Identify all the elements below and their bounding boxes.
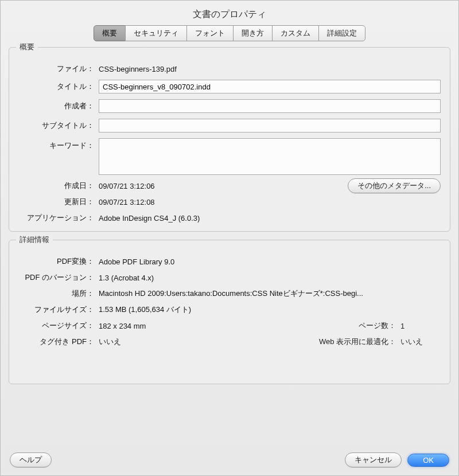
application-label: アプリケーション： [18,213,99,223]
producer-label: PDF変換： [18,256,99,267]
tab-advanced[interactable]: 詳細設定 [318,25,365,41]
location-value: Macintosh HD 2009:Users:takano:Documents… [99,288,441,299]
file-value: CSS-beginners-139.pdf [99,65,441,73]
overview-group-title: 概要 [16,42,38,52]
filesize-label: ファイルサイズ： [18,305,99,315]
more-metadata-button[interactable]: その他のメタデータ... [348,178,441,193]
author-label: 作成者： [18,101,99,111]
tagged-value: いいえ [99,337,314,347]
producer-value: Adobe PDF Library 9.0 [99,257,441,266]
pagecount-value: 1 [400,322,441,330]
cancel-button[interactable]: キャンセル [345,452,402,467]
fastweb-label: Web 表示用に最適化： [314,337,400,347]
tab-custom[interactable]: カスタム [272,25,319,41]
detail-group-title: 詳細情報 [16,235,53,245]
version-value: 1.3 (Acrobat 4.x) [99,274,441,282]
ok-button[interactable]: OK [407,454,449,467]
pagesize-value: 182 x 234 mm [99,322,314,330]
location-label: 場所： [18,288,99,299]
pagecount-label: ページ数： [314,321,400,331]
application-value: Adobe InDesign CS4_J (6.0.3) [99,214,441,223]
created-label: 作成日： [18,181,99,191]
document-properties-dialog: 文書のプロパティ 概要 セキュリティ フォント 開き方 カスタム 詳細設定 概要… [0,0,459,476]
file-label: ファイル： [18,64,99,74]
tab-security[interactable]: セキュリティ [125,25,187,41]
tab-bar: 概要 セキュリティ フォント 開き方 カスタム 詳細設定 [1,25,458,41]
overview-group: 概要 ファイル： CSS-beginners-139.pdf タイトル： 作成者… [9,47,450,232]
content-area: 概要 ファイル： CSS-beginners-139.pdf タイトル： 作成者… [1,45,458,398]
title-label: タイトル： [18,81,99,92]
dialog-title: 文書のプロパティ [1,1,458,25]
author-input[interactable] [99,99,441,113]
tab-font[interactable]: フォント [186,25,234,41]
subtitle-label: サブタイトル： [18,120,99,131]
version-label: PDF のバージョン： [18,272,99,283]
filesize-value: 1.53 MB (1,605,634 バイト) [99,305,441,315]
tab-open[interactable]: 開き方 [233,25,273,41]
pagesize-label: ページサイズ： [18,321,99,331]
modified-value: 09/07/21 3:12:08 [99,198,441,206]
keywords-input[interactable] [99,138,441,175]
dialog-footer: ヘルプ キャンセル OK [1,452,458,467]
detail-group: 詳細情報 PDF変換： Adobe PDF Library 9.0 PDF のバ… [9,240,450,384]
subtitle-input[interactable] [99,119,441,132]
tagged-label: タグ付き PDF： [18,337,99,347]
modified-label: 更新日： [18,197,99,207]
fastweb-value: いいえ [400,337,441,347]
help-button[interactable]: ヘルプ [10,452,52,467]
title-input[interactable] [99,80,441,93]
tab-overview[interactable]: 概要 [94,25,126,41]
keywords-label: キーワード： [18,138,99,151]
